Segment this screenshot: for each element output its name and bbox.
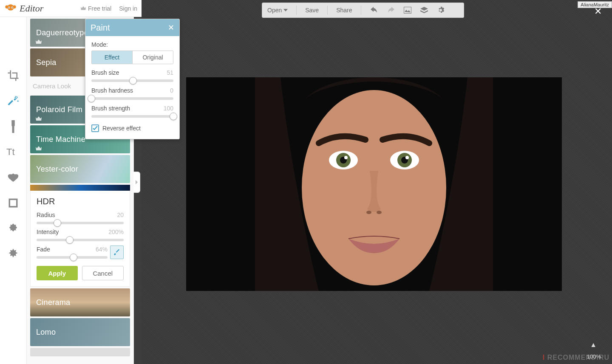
divider — [361, 6, 361, 15]
mode-original-button[interactable]: Original — [132, 51, 173, 64]
paint-brush-button[interactable] — [110, 245, 124, 259]
brush-size-value: 51 — [167, 69, 173, 76]
hdr-title: HDR — [37, 197, 124, 206]
canvas-image[interactable] — [186, 77, 562, 291]
brush-icon — [113, 248, 121, 256]
hdr-radius-slider[interactable] — [37, 222, 124, 224]
svg-point-2 — [8, 7, 9, 8]
hdr-intensity-label: Intensity — [37, 229, 59, 235]
portrait-placeholder — [255, 77, 493, 291]
image-icon — [404, 7, 411, 14]
themes-tool[interactable] — [6, 246, 21, 262]
frames-tool[interactable] — [6, 195, 21, 211]
app-header: Editor Free trial Sign in — [0, 0, 142, 17]
hdr-intensity-value: 200% — [108, 229, 124, 235]
undo-button[interactable] — [370, 7, 378, 14]
chevron-right-icon — [135, 180, 139, 185]
share-button[interactable]: Share — [336, 7, 352, 14]
touchup-tool[interactable] — [6, 119, 21, 134]
svg-point-16 — [366, 211, 371, 214]
svg-point-3 — [12, 7, 13, 8]
hdr-radius-value: 20 — [117, 212, 124, 218]
crown-icon — [35, 39, 42, 44]
svg-text:Tt: Tt — [6, 147, 15, 157]
hdr-fade-label: Fade — [37, 246, 50, 253]
mode-effect-button[interactable]: Effect — [92, 51, 132, 64]
effects-tool[interactable] — [6, 93, 21, 109]
effect-yester-color[interactable]: Yester-color — [30, 155, 130, 183]
effect-label: Time Machine — [36, 135, 85, 144]
brush-size-label: Brush size — [91, 69, 119, 76]
collapse-panel-arrow[interactable] — [133, 172, 140, 193]
close-overlay-button[interactable]: ✕ — [594, 6, 602, 17]
crop-tool[interactable] — [6, 68, 21, 83]
monkey-logo-icon — [4, 4, 17, 13]
redo-icon — [387, 7, 395, 14]
logo-text: Editor — [20, 3, 43, 14]
effect-hdr-header[interactable] — [30, 185, 130, 191]
overlays-tool[interactable] — [6, 170, 21, 185]
effect-label: Yester-color — [36, 165, 78, 174]
fit-button[interactable] — [404, 7, 411, 14]
logo[interactable]: Editor — [4, 3, 43, 14]
brush-hardness-value: 0 — [170, 87, 173, 94]
canvas-area: Open Save Share — [142, 0, 612, 364]
paint-title: Paint — [91, 23, 110, 33]
effect-label: Cinerama — [36, 298, 70, 307]
free-trial-link[interactable]: Free trial — [80, 5, 111, 12]
chevron-down-icon — [283, 9, 288, 11]
paint-panel-header[interactable]: Paint ✕ — [85, 19, 179, 36]
hdr-intensity-slider[interactable] — [37, 239, 124, 241]
hdr-radius-label: Radius — [37, 212, 55, 218]
svg-point-15 — [405, 156, 409, 159]
paint-panel: Paint ✕ Mode: Effect Original Brush size… — [85, 19, 180, 139]
cancel-button[interactable]: Cancel — [82, 266, 124, 280]
hdr-panel: HDR Radius20 Intensity200% Fade64% Apply… — [30, 191, 130, 287]
layers-icon — [420, 7, 428, 14]
sign-in-link[interactable]: Sign in — [119, 5, 137, 12]
layers-button[interactable] — [420, 7, 428, 14]
gear-icon — [437, 6, 445, 14]
svg-point-17 — [377, 211, 382, 214]
apply-button[interactable]: Apply — [37, 266, 78, 280]
site-watermark: I RECOMMEND.RU — [543, 354, 609, 361]
brush-hardness-slider[interactable] — [91, 97, 173, 100]
text-tool[interactable]: Tt — [6, 144, 21, 160]
brush-size-slider[interactable] — [91, 79, 173, 82]
open-button[interactable]: Open — [267, 7, 288, 14]
brush-strength-label: Brush strength — [91, 105, 130, 112]
zoom-arrow-icon: ▲ — [590, 341, 597, 349]
reverse-effect-checkbox[interactable] — [91, 124, 99, 132]
effect-cinerama[interactable]: Cinerama — [30, 288, 130, 316]
check-icon — [93, 126, 98, 131]
mode-label: Mode: — [91, 41, 108, 48]
brush-strength-value: 100 — [164, 105, 173, 112]
tool-strip: Tt — [0, 17, 27, 364]
effect-next[interactable] — [30, 348, 130, 356]
canvas-toolbar: Open Save Share — [262, 3, 464, 18]
crown-icon — [80, 6, 86, 11]
svg-point-14 — [344, 156, 348, 159]
brush-strength-slider[interactable] — [91, 115, 173, 118]
hdr-fade-value: 64% — [96, 246, 108, 253]
paint-close-button[interactable]: ✕ — [168, 23, 174, 32]
hdr-fade-slider[interactable] — [37, 256, 108, 259]
reverse-effect-label: Reverse effect — [102, 125, 141, 132]
effect-label: Sepia — [36, 58, 57, 67]
effect-lomo[interactable]: Lomo — [30, 318, 130, 346]
crown-icon — [35, 146, 42, 151]
textures-tool[interactable] — [6, 221, 21, 236]
effect-label: Lomo — [36, 328, 56, 337]
divider — [296, 6, 297, 15]
save-button[interactable]: Save — [305, 7, 319, 14]
mode-toggle: Effect Original — [91, 51, 173, 64]
crown-icon — [35, 116, 42, 121]
divider — [327, 6, 328, 15]
redo-button[interactable] — [387, 7, 395, 14]
effect-label: Polaroid Film — [36, 105, 82, 114]
undo-icon — [370, 7, 378, 14]
effect-label: Daguerreotype — [36, 28, 88, 37]
brush-hardness-label: Brush hardness — [91, 87, 133, 94]
settings-button[interactable] — [437, 6, 445, 14]
svg-rect-5 — [404, 7, 411, 14]
